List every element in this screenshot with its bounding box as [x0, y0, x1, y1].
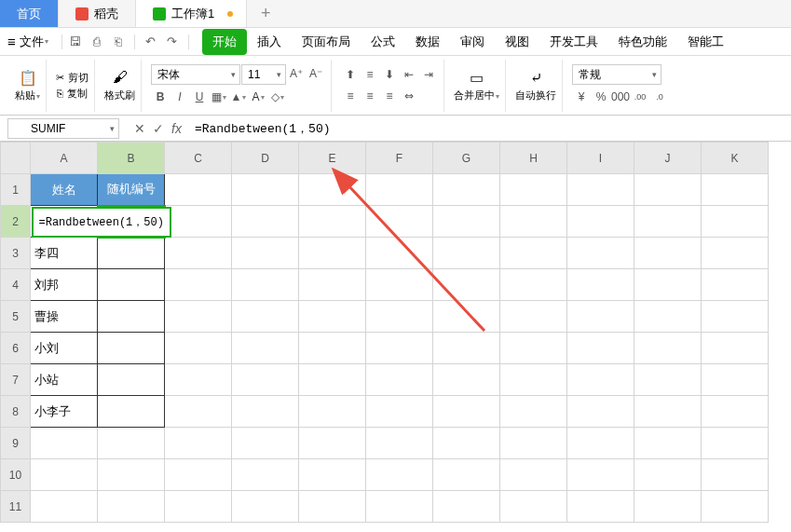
col-header-K[interactable]: K [702, 143, 769, 174]
cut-button[interactable]: ✂剪切 [56, 71, 89, 85]
col-header-B[interactable]: B [98, 143, 165, 174]
ribbon-tab-review[interactable]: 审阅 [450, 29, 495, 55]
row-header-8[interactable]: 8 [1, 396, 31, 428]
tab-daoke[interactable]: 稻壳 [59, 0, 136, 27]
fx-icon[interactable]: fx [171, 121, 182, 136]
ribbon-tab-special[interactable]: 特色功能 [608, 29, 677, 55]
cell-B1[interactable]: 随机编号 [98, 174, 165, 206]
auto-wrap-button[interactable]: ⤶ 自动换行 [515, 68, 556, 102]
tab-home[interactable]: 首页 [0, 0, 59, 27]
copy-button[interactable]: ⎘复制 [57, 87, 88, 101]
row-header-5[interactable]: 5 [1, 301, 31, 333]
ribbon-tab-start[interactable]: 开始 [202, 29, 247, 55]
preview-icon[interactable]: ⎗ [109, 33, 128, 51]
dec-dec-button[interactable]: .0 [650, 88, 669, 106]
row-header-2[interactable]: 2 [1, 206, 31, 238]
ribbon-tab-smart[interactable]: 智能工 [677, 29, 734, 55]
row-header-1[interactable]: 1 [1, 174, 31, 206]
undo-icon[interactable]: ↶ [142, 33, 160, 51]
format-painter-button[interactable]: 🖌 格式刷 [104, 68, 135, 102]
cell-B5[interactable] [98, 301, 165, 333]
row-header-6[interactable]: 6 [1, 333, 31, 364]
cell-B3[interactable] [98, 238, 165, 269]
col-header-H[interactable]: H [500, 143, 567, 174]
formula-input[interactable] [189, 118, 791, 139]
tab-workbook[interactable]: 工作簿1 [136, 0, 247, 27]
spreadsheet-grid[interactable]: A B C D E F G H I J K 1 姓名 随机编号 2 =Randb… [0, 142, 791, 523]
bold-button[interactable]: B [151, 88, 170, 106]
enter-formula-icon[interactable]: ✓ [153, 121, 164, 136]
row-header-7[interactable]: 7 [1, 364, 31, 396]
indent-dec-button[interactable]: ⇤ [400, 65, 418, 84]
col-header-I[interactable]: I [567, 143, 634, 174]
select-all-corner[interactable] [1, 143, 31, 174]
spreadsheet-icon [153, 7, 166, 20]
italic-button[interactable]: I [170, 88, 189, 106]
cell-A5[interactable]: 曹操 [31, 301, 98, 333]
dec-inc-button[interactable]: .00 [631, 88, 649, 106]
col-header-J[interactable]: J [634, 143, 702, 174]
row-header-4[interactable]: 4 [1, 269, 31, 301]
export-icon[interactable]: ⎙ [88, 33, 106, 51]
ribbon-tab-dev[interactable]: 开发工具 [539, 29, 608, 55]
underline-button[interactable]: U [190, 88, 209, 106]
align-left-button[interactable]: ≡ [341, 87, 360, 105]
col-header-C[interactable]: C [165, 143, 232, 174]
border-button[interactable]: ▦▾ [210, 88, 228, 106]
row-header-3[interactable]: 3 [1, 238, 31, 269]
font-family-select[interactable]: 宋体 [151, 64, 240, 85]
font-color-button[interactable]: A▾ [249, 88, 267, 106]
col-header-F[interactable]: F [366, 143, 433, 174]
row-header-10[interactable]: 10 [1, 459, 31, 491]
row-header-11[interactable]: 11 [1, 491, 31, 523]
cell-A3[interactable]: 李四 [31, 238, 98, 269]
cell-A8[interactable]: 小李子 [31, 396, 98, 428]
cell-A7[interactable]: 小站 [31, 364, 98, 396]
cell-B7[interactable] [98, 364, 165, 396]
percent-button[interactable]: % [592, 88, 610, 106]
align-right-button[interactable]: ≡ [380, 87, 399, 105]
daoke-icon [75, 7, 89, 20]
align-middle-button[interactable]: ≡ [361, 65, 379, 84]
cell-A4[interactable]: 刘邦 [31, 269, 98, 301]
ribbon-tab-page-layout[interactable]: 页面布局 [292, 29, 361, 55]
ribbon-tab-data[interactable]: 数据 [405, 29, 450, 55]
cell-B2-editing[interactable]: =Randbetween(1，50) [98, 206, 165, 238]
align-top-button[interactable]: ⬆ [341, 65, 360, 84]
file-menu[interactable]: 文件 ▾ [20, 34, 48, 50]
dist-h-button[interactable]: ⇔ [400, 87, 418, 105]
col-header-A[interactable]: A [31, 143, 98, 174]
currency-button[interactable]: ¥ [572, 88, 591, 106]
merge-center-button[interactable]: ▭ 合并居中▾ [454, 68, 499, 102]
hamburger-button[interactable]: ≡ [7, 34, 16, 49]
col-header-E[interactable]: E [299, 143, 366, 174]
cancel-formula-icon[interactable]: ✕ [134, 121, 145, 136]
add-tab-button[interactable]: + [247, 0, 284, 27]
decrease-font-icon[interactable]: A⁻ [307, 64, 325, 83]
cell-B8[interactable] [98, 396, 165, 428]
cell-edit-overlay[interactable]: =Randbetween(1，50) [32, 207, 171, 238]
col-header-D[interactable]: D [232, 143, 299, 174]
ribbon-tab-view[interactable]: 视图 [495, 29, 539, 55]
cell-A6[interactable]: 小刘 [31, 333, 98, 364]
paste-button[interactable]: 📋 粘贴▾ [15, 68, 40, 102]
col-header-G[interactable]: G [433, 143, 500, 174]
cell-A1[interactable]: 姓名 [31, 174, 98, 206]
increase-font-icon[interactable]: A⁺ [287, 64, 306, 83]
font-size-select[interactable]: 11 [241, 64, 286, 85]
name-box[interactable]: SUMIF [7, 118, 119, 139]
align-center-button[interactable]: ≡ [361, 87, 379, 105]
cell-B4[interactable] [98, 269, 165, 301]
clear-format-button[interactable]: ◇▾ [268, 88, 287, 106]
indent-inc-button[interactable]: ⇥ [419, 65, 438, 84]
align-bottom-button[interactable]: ⬇ [380, 65, 399, 84]
row-header-9[interactable]: 9 [1, 428, 31, 459]
fill-color-button[interactable]: ▲▾ [229, 88, 248, 106]
number-format-select[interactable]: 常规 [572, 64, 661, 85]
redo-icon[interactable]: ↷ [163, 33, 182, 51]
cell-B6[interactable] [98, 333, 165, 364]
save-icon[interactable]: 🖫 [66, 33, 85, 51]
ribbon-tab-formula[interactable]: 公式 [361, 29, 405, 55]
thousands-button[interactable]: 000 [611, 88, 630, 106]
ribbon-tab-insert[interactable]: 插入 [247, 29, 292, 55]
